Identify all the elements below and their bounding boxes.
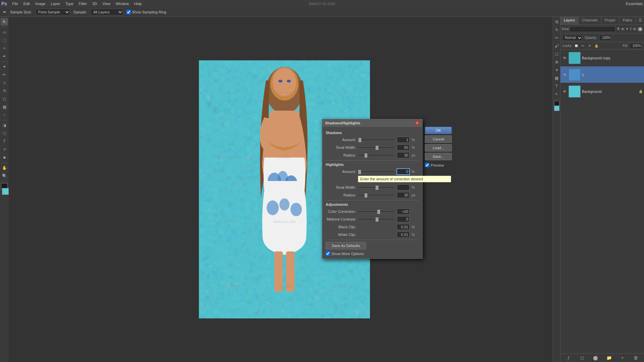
- tab-channels[interactable]: Channels: [579, 17, 601, 24]
- eraser-tool[interactable]: ◻: [1, 95, 8, 103]
- add-mask-btn[interactable]: ◻: [579, 355, 585, 361]
- type-tool-r[interactable]: T: [553, 82, 560, 90]
- midtone-contrast-input[interactable]: [397, 216, 410, 222]
- lock-transparent-btn[interactable]: 🔲: [574, 43, 579, 49]
- highlights-tonal-width-input[interactable]: [397, 184, 410, 190]
- panel-options-btn[interactable]: ☰: [637, 17, 644, 24]
- delete-layer-btn[interactable]: 🗑: [633, 355, 639, 361]
- brush-tool[interactable]: ✏: [1, 71, 8, 78]
- layer-item-background-copy[interactable]: 👁 Background copy: [560, 50, 644, 66]
- show-ring-checkbox[interactable]: [126, 9, 131, 15]
- highlights-tonal-width-slider[interactable]: [358, 185, 395, 190]
- ok-button[interactable]: OK: [425, 127, 452, 134]
- sample-size-select[interactable]: Point Sample 3 by 3 Average 5 by 5 Avera…: [35, 9, 70, 15]
- shadows-amount-input[interactable]: [397, 137, 410, 143]
- eyedropper-tool[interactable]: ✒: [1, 53, 8, 60]
- gradient-tool-r[interactable]: ▦: [553, 74, 560, 82]
- add-style-btn[interactable]: ƒ: [565, 355, 572, 361]
- stamp-tool[interactable]: ⎅: [1, 79, 8, 86]
- layer-item-1[interactable]: 👁 1: [560, 66, 644, 83]
- preview-label[interactable]: Preview: [431, 163, 444, 167]
- move-tool[interactable]: ↖: [1, 18, 8, 25]
- add-group-btn[interactable]: 📁: [606, 355, 612, 361]
- menu-help[interactable]: Help: [132, 1, 144, 6]
- save-as-defaults-btn[interactable]: Save As Defaults: [326, 242, 366, 249]
- shadows-radius-slider[interactable]: [358, 153, 395, 158]
- blur-tool[interactable]: ○: [1, 111, 8, 119]
- tab-layers[interactable]: Layers: [560, 17, 579, 24]
- lock-image-btn[interactable]: ✏: [580, 43, 586, 49]
- menu-window[interactable]: Window: [113, 1, 131, 6]
- menu-3d[interactable]: 3D: [90, 1, 99, 6]
- marquee-tool[interactable]: ▭: [1, 28, 8, 36]
- select-tool[interactable]: ↗: [1, 146, 8, 153]
- menu-view[interactable]: View: [100, 1, 113, 6]
- dodge-tool[interactable]: ◑: [1, 122, 8, 129]
- load-button[interactable]: Load...: [425, 144, 452, 152]
- highlights-amount-slider[interactable]: [358, 169, 395, 174]
- crop-tool[interactable]: ⊹: [1, 45, 8, 52]
- gradient-tool[interactable]: ▦: [1, 103, 8, 111]
- pen-tool-r[interactable]: ✏: [553, 34, 560, 42]
- clone-tool-r[interactable]: ⊕: [553, 58, 560, 66]
- show-more-options-checkbox[interactable]: [326, 251, 330, 256]
- hand-tool[interactable]: ✋: [1, 164, 8, 172]
- white-clip-input[interactable]: [397, 232, 410, 238]
- menu-layer[interactable]: Layer: [48, 1, 62, 6]
- menu-image[interactable]: Image: [33, 1, 48, 6]
- highlights-radius-slider[interactable]: [358, 193, 395, 197]
- highlights-radius-input[interactable]: [397, 192, 410, 198]
- dialog-title-bar[interactable]: Shadows/Highlights ✕: [322, 119, 422, 127]
- layer-item-background[interactable]: 👁 Background 🔒: [560, 83, 644, 100]
- blend-mode-select[interactable]: Normal Multiply Screen: [562, 35, 583, 41]
- heal-tool[interactable]: ✦: [1, 63, 8, 70]
- dialog-close-btn[interactable]: ✕: [415, 121, 420, 125]
- shadows-radius-input[interactable]: [397, 152, 410, 158]
- menu-file[interactable]: File: [10, 1, 20, 6]
- lasso-tool[interactable]: ◌: [1, 37, 8, 44]
- shadows-amount-slider[interactable]: [358, 137, 395, 142]
- shape-tool[interactable]: ■: [1, 154, 8, 161]
- brush-tool-r[interactable]: 🖌: [553, 42, 560, 50]
- lock-all-btn[interactable]: 🔒: [594, 43, 599, 49]
- zoom-tool[interactable]: 🔍: [1, 172, 8, 180]
- eraser-tool-r[interactable]: ◻: [553, 50, 560, 58]
- color-correction-input[interactable]: [397, 208, 410, 215]
- type-tool[interactable]: T: [1, 138, 8, 145]
- background-color[interactable]: [2, 188, 9, 195]
- rotate-tool[interactable]: ↻: [553, 26, 560, 34]
- path-tool[interactable]: ⬡: [1, 130, 8, 137]
- shadows-highlights-dialog[interactable]: Shadows/Highlights ✕ OK Cancel Load... S…: [322, 119, 423, 259]
- black-clip-input[interactable]: [397, 224, 410, 230]
- tab-paths[interactable]: Paths: [620, 17, 636, 24]
- add-adjustment-btn[interactable]: ⬤: [592, 355, 599, 361]
- save-button[interactable]: Save...: [425, 153, 452, 160]
- layer-visibility-background[interactable]: 👁: [562, 89, 567, 94]
- fill-input[interactable]: [629, 43, 642, 49]
- preview-checkbox[interactable]: [425, 163, 429, 167]
- highlights-amount-input[interactable]: [397, 169, 410, 175]
- opacity-input[interactable]: [599, 35, 612, 41]
- lock-position-btn[interactable]: ✛: [587, 43, 592, 49]
- select-tool-r[interactable]: ↖: [553, 90, 560, 98]
- shadows-tonal-width-input[interactable]: [397, 144, 410, 150]
- filter-input[interactable]: [570, 26, 615, 32]
- shadows-tonal-width-slider[interactable]: [358, 145, 395, 150]
- midtone-contrast-slider[interactable]: [358, 217, 395, 222]
- history-tool[interactable]: ⟲: [1, 87, 8, 95]
- menu-filter[interactable]: Filter: [76, 1, 89, 6]
- layer-filter-toggle[interactable]: [637, 27, 643, 32]
- color-correction-slider[interactable]: [358, 209, 395, 214]
- layer-visibility-background-copy[interactable]: 👁: [562, 55, 567, 61]
- show-more-options-label[interactable]: Show More Options: [331, 252, 364, 256]
- menu-type[interactable]: Type: [63, 1, 76, 6]
- cancel-button[interactable]: Cancel: [425, 135, 452, 143]
- heal-tool-r[interactable]: ✦: [553, 66, 560, 74]
- add-layer-btn[interactable]: +: [619, 355, 626, 361]
- artboard-tool[interactable]: ⊞: [553, 18, 560, 25]
- menu-edit[interactable]: Edit: [21, 1, 32, 6]
- tab-proper[interactable]: Proper: [601, 17, 620, 24]
- sample-select[interactable]: All Layers Current Layer: [90, 9, 123, 15]
- layer-visibility-1[interactable]: 👁: [562, 72, 567, 77]
- color-bg[interactable]: [554, 106, 559, 111]
